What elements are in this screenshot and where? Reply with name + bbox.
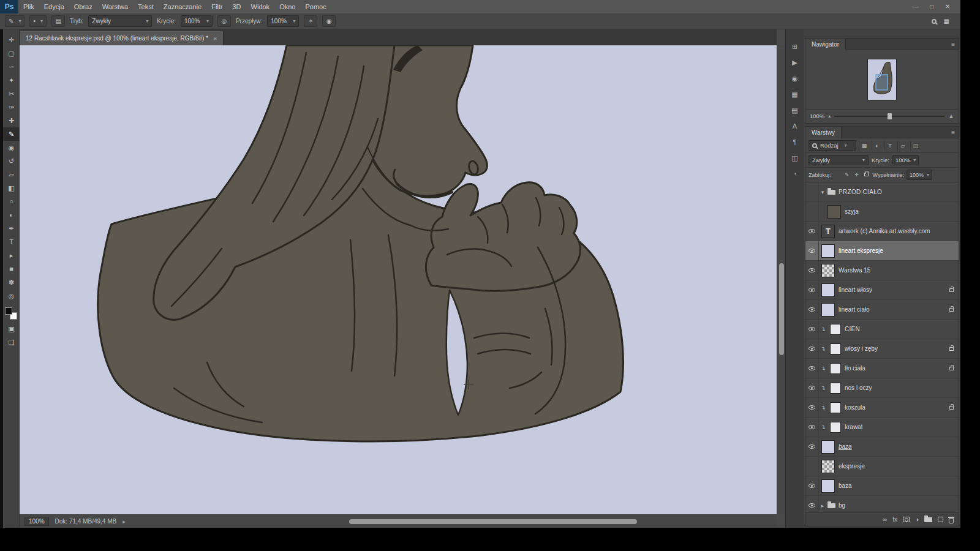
layer-name[interactable]: CIEŃ bbox=[845, 326, 860, 332]
path-selection-tool-button[interactable]: ▸ bbox=[3, 249, 20, 262]
zoom-level-field[interactable]: 100% bbox=[24, 517, 49, 526]
menu-edycja[interactable]: Edycja bbox=[39, 0, 69, 13]
layer-styles-icon[interactable]: fx bbox=[892, 516, 897, 523]
tab-navigator[interactable]: Nawigator bbox=[805, 39, 846, 50]
quick-mask-button[interactable]: ▣ bbox=[3, 322, 20, 335]
dodge-tool-button[interactable]: ◐ bbox=[3, 208, 20, 222]
zoom-out-icon[interactable]: ▴ bbox=[828, 113, 831, 119]
navigator-zoom-slider[interactable] bbox=[834, 113, 944, 119]
visibility-toggle[interactable] bbox=[805, 378, 819, 397]
chevron-down-icon[interactable]: ▾ bbox=[819, 189, 826, 195]
tab-warstwy[interactable]: Warstwy bbox=[805, 127, 842, 138]
tab-close-icon[interactable]: × bbox=[213, 35, 217, 42]
visibility-toggle[interactable] bbox=[805, 280, 819, 299]
layer-thumbnail[interactable] bbox=[830, 422, 841, 433]
layer-name[interactable]: koszula bbox=[845, 404, 865, 411]
text-layer-thumbnail[interactable]: T bbox=[821, 225, 835, 238]
lock-position-icon[interactable]: ✛ bbox=[853, 172, 861, 178]
marquee-tool-button[interactable]: ▢ bbox=[3, 47, 20, 60]
layer-name[interactable]: włosy i zęby bbox=[845, 345, 878, 352]
visibility-toggle[interactable] bbox=[805, 261, 819, 280]
blend-mode-select[interactable]: Zwykły ▾ bbox=[88, 15, 152, 27]
paragraph-panel-icon[interactable]: ¶ bbox=[788, 135, 802, 149]
menu-obraz[interactable]: Obraz bbox=[69, 0, 97, 13]
layer-name[interactable]: ekspresje bbox=[839, 463, 865, 470]
vertical-scroll-thumb[interactable] bbox=[779, 263, 784, 355]
visibility-toggle[interactable] bbox=[805, 496, 819, 512]
layer-row-koszula[interactable]: ↴ koszula bbox=[805, 398, 959, 418]
layer-thumbnail[interactable] bbox=[830, 324, 841, 335]
layer-row-wlosy-i-zeby[interactable]: ↴ włosy i zęby bbox=[805, 339, 959, 359]
menu-filtr[interactable]: Filtr bbox=[206, 0, 227, 13]
layer-name[interactable]: nos i oczy bbox=[845, 384, 872, 391]
screen-mode-button[interactable]: ❑ bbox=[3, 335, 20, 349]
blur-tool-button[interactable]: ○ bbox=[3, 195, 20, 208]
layer-filter-select[interactable]: Rodzaj ▾ bbox=[809, 140, 856, 151]
move-tool-button[interactable]: ✛ bbox=[3, 33, 20, 47]
layer-name[interactable]: baza bbox=[839, 482, 852, 489]
layer-thumbnail[interactable] bbox=[821, 479, 835, 493]
layer-thumbnail[interactable] bbox=[821, 244, 835, 258]
navigator-zoom-value[interactable]: 100% bbox=[810, 113, 824, 119]
shape-filter-icon[interactable]: ▱ bbox=[897, 141, 908, 151]
new-group-icon[interactable] bbox=[924, 517, 932, 522]
new-layer-icon[interactable] bbox=[938, 517, 943, 522]
chevron-right-icon[interactable]: ▸ bbox=[819, 503, 826, 509]
layer-name[interactable]: lineart ekspresje bbox=[839, 247, 883, 254]
visibility-toggle[interactable] bbox=[805, 437, 819, 456]
document-tab[interactable]: 12 Racshlavik ekspresje.psd @ 100% (line… bbox=[20, 31, 224, 45]
delete-layer-icon[interactable] bbox=[949, 516, 954, 523]
crop-tool-button[interactable]: ✂ bbox=[3, 87, 20, 100]
vertical-scrollbar[interactable] bbox=[777, 45, 785, 514]
layer-row-szyja[interactable]: szyja bbox=[805, 202, 959, 222]
layer-name[interactable]: PRZÓD CIAŁO bbox=[839, 189, 882, 195]
layer-thumbnail[interactable] bbox=[821, 460, 835, 473]
visibility-toggle[interactable] bbox=[805, 182, 819, 201]
horizontal-scroll-thumb[interactable] bbox=[349, 519, 637, 524]
pen-tool-button[interactable]: ✒ bbox=[3, 222, 20, 235]
pressure-opacity-button[interactable]: ◎ bbox=[217, 15, 231, 27]
layer-row-ekspresje[interactable]: ekspresje bbox=[805, 457, 959, 476]
layer-comps-panel-icon[interactable]: ◫ bbox=[788, 151, 802, 165]
layer-name[interactable]: baza bbox=[839, 443, 852, 450]
gradient-tool-button[interactable]: ◧ bbox=[3, 181, 20, 195]
brush-panel-icon[interactable]: ▦ bbox=[788, 87, 802, 102]
menu-warstwa[interactable]: Warstwa bbox=[97, 0, 133, 13]
layer-name[interactable]: szyja bbox=[845, 208, 859, 215]
brush-presets-panel-icon[interactable]: ▤ bbox=[788, 103, 802, 118]
layer-row-lineart-ekspresje[interactable]: lineart ekspresje bbox=[805, 241, 959, 261]
lock-all-icon[interactable] bbox=[863, 172, 870, 178]
menu-widok[interactable]: Widok bbox=[246, 0, 275, 13]
clone-source-panel-icon[interactable]: ◉ bbox=[788, 71, 802, 86]
menu-3d[interactable]: 3D bbox=[228, 0, 246, 13]
layer-row-lineart-cialo[interactable]: lineart ciało bbox=[805, 300, 959, 320]
foreground-color-swatch[interactable] bbox=[5, 307, 12, 315]
visibility-toggle[interactable] bbox=[805, 398, 819, 417]
status-options-arrow-icon[interactable]: ▸ bbox=[123, 519, 126, 525]
history-brush-tool-button[interactable]: ↺ bbox=[3, 154, 20, 168]
histogram-panel-icon[interactable]: ◔ bbox=[788, 167, 802, 181]
layer-blend-mode-select[interactable]: Zwykły ▾ bbox=[809, 155, 869, 165]
character-panel-icon[interactable]: A bbox=[788, 119, 802, 133]
actions-panel-icon[interactable]: ▶ bbox=[788, 55, 802, 70]
zoom-tool-button[interactable]: ◎ bbox=[3, 289, 20, 302]
layer-thumbnail[interactable] bbox=[821, 264, 835, 277]
menu-pomoc[interactable]: Pomoc bbox=[300, 0, 331, 13]
toggle-brush-panel-button[interactable]: ▤ bbox=[51, 15, 65, 27]
type-filter-icon[interactable]: T bbox=[884, 141, 895, 151]
minimize-button[interactable]: — bbox=[908, 0, 924, 13]
visibility-toggle[interactable] bbox=[805, 202, 819, 221]
adjustment-filter-icon[interactable]: ◐ bbox=[872, 141, 882, 151]
menu-plik[interactable]: Plik bbox=[18, 0, 39, 13]
layer-row-krawat[interactable]: ↴ krawat bbox=[805, 418, 959, 437]
layer-row-baza[interactable]: baza bbox=[805, 476, 959, 496]
visibility-toggle[interactable] bbox=[805, 222, 819, 241]
layer-row-warstwa-15[interactable]: Warstwa 15 bbox=[805, 261, 959, 280]
mini-bridge-panel-icon[interactable]: ⊞ bbox=[788, 39, 802, 54]
lasso-tool-button[interactable]: ∽ bbox=[3, 60, 20, 73]
visibility-toggle[interactable] bbox=[805, 359, 819, 378]
navigator-view-box[interactable] bbox=[876, 75, 888, 90]
link-layers-icon[interactable]: ∞ bbox=[883, 516, 887, 523]
layer-row-baza-underlined[interactable]: baza bbox=[805, 437, 959, 457]
pressure-size-button[interactable]: ◉ bbox=[322, 15, 336, 27]
